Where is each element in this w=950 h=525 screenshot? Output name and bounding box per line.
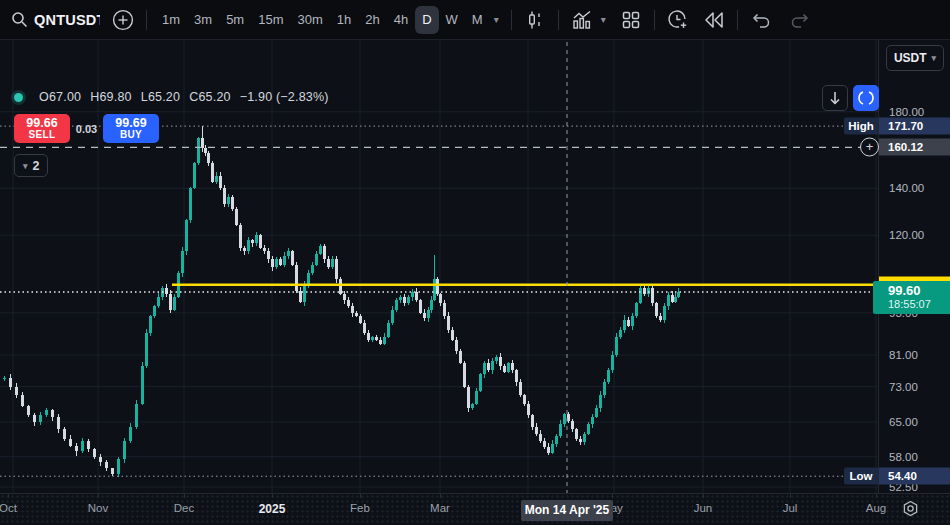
chevron-down-icon: ▾ [932, 53, 937, 63]
month-label: Aug [866, 502, 886, 514]
legend-low: L65.20 [141, 90, 180, 104]
tf-15m[interactable]: 15m [251, 6, 290, 34]
month-label: Jun [694, 502, 713, 514]
price-tick-label: 180.00 [879, 106, 950, 118]
legend-open: O67.00 [39, 90, 81, 104]
collapse-indicators-badge[interactable]: ▾ 2 [14, 154, 48, 177]
tf-4h[interactable]: 4h [387, 6, 415, 34]
tf-1m[interactable]: 1m [155, 6, 187, 34]
candlestick-chart [0, 40, 878, 493]
symbol-status-dot [14, 93, 23, 102]
price-tick-label: 140.00 [879, 182, 950, 194]
tf-1W[interactable]: W [439, 6, 465, 34]
currency-value: USDT [894, 51, 927, 65]
high-price-badge: 171.70 [879, 118, 950, 135]
chart-area[interactable]: O67.00H69.80L65.20C65.20−1.90 (−2.83%) 9… [0, 40, 878, 493]
spread-value: 0.03 [70, 123, 103, 135]
indicators-icon[interactable] [567, 5, 597, 35]
month-label: Nov [88, 502, 108, 514]
chevron-down-icon: ▾ [23, 161, 28, 171]
currency-selector[interactable]: USDT ▾ [886, 45, 944, 71]
low-label-chip: Low [844, 468, 878, 485]
ohlc-legend: O67.00H69.80L65.20C65.20−1.90 (−2.83%) [14, 90, 338, 104]
high-label-chip: High [844, 118, 878, 135]
month-tick [440, 494, 441, 498]
separator [737, 10, 738, 30]
tf-2h[interactable]: 2h [358, 6, 386, 34]
chart-style-candles-icon[interactable] [520, 5, 550, 35]
trade-panel: 99.66 SELL 0.03 99.69 BUY [14, 114, 159, 143]
tf-3m[interactable]: 3m [187, 6, 219, 34]
month-tick [612, 494, 613, 498]
add-alert-plus-icon[interactable]: + [860, 138, 879, 157]
legend-change: −1.90 (−2.83%) [240, 90, 329, 104]
last-price: 99.60 [888, 283, 950, 298]
legend-high: H69.80 [90, 90, 132, 104]
candles [3, 126, 680, 477]
separator [654, 10, 655, 30]
sell-button[interactable]: 99.66 SELL [14, 114, 70, 143]
month-label: Dec [174, 502, 194, 514]
symbol-name[interactable]: QNTUSDT [34, 12, 100, 28]
collapse-count: 2 [33, 159, 40, 173]
sell-label: SELL [14, 130, 70, 141]
layout-grid-icon[interactable] [616, 5, 646, 35]
tf-1D-active[interactable]: D [415, 6, 438, 34]
capture-button[interactable] [853, 85, 879, 111]
undo-icon[interactable] [746, 5, 776, 35]
buy-label: BUY [103, 130, 159, 141]
chart-floating-buttons [822, 85, 879, 111]
separator [146, 10, 147, 30]
month-tick [98, 494, 99, 498]
legend-close: C65.20 [189, 90, 231, 104]
buy-price: 99.69 [103, 117, 159, 130]
separator [511, 10, 512, 30]
month-tick [184, 494, 185, 498]
price-tick-label: 65.00 [879, 416, 950, 428]
sell-price: 99.66 [14, 117, 70, 130]
separator [558, 10, 559, 30]
month-tick [8, 494, 9, 498]
month-label: Oct [0, 502, 17, 514]
month-label: Mar [430, 502, 450, 514]
price-tick-label: 81.00 [879, 349, 950, 361]
top-toolbar: QNTUSDT 1m 3m 5m 15m 30m 1h 2h 4h D W M … [0, 0, 950, 40]
month-tick [876, 494, 877, 498]
month-label: 2025 [259, 502, 286, 516]
buy-button[interactable]: 99.69 BUY [103, 114, 159, 143]
search-icon[interactable] [4, 5, 34, 35]
month-tick [703, 494, 704, 498]
time-axis[interactable]: OctNovDec2025FebMarMayJunJulAug Mon 14 A… [0, 493, 950, 525]
compare-add-icon[interactable] [108, 5, 138, 35]
replay-icon[interactable] [699, 5, 729, 35]
month-tick [790, 494, 791, 498]
price-tick-label: 58.00 [879, 451, 950, 463]
alert-clock-icon[interactable] [663, 5, 693, 35]
redo-icon[interactable] [786, 5, 816, 35]
month-tick [360, 494, 361, 498]
tf-1h[interactable]: 1h [330, 6, 358, 34]
month-label: Feb [350, 502, 370, 514]
crosshair-time-badge: Mon 14 Apr '25 [521, 500, 613, 521]
indicators-chevron-icon[interactable]: ▾ [597, 14, 610, 25]
low-price-badge: 54.40 [879, 468, 950, 485]
month-tick [272, 494, 273, 498]
axis-settings-icon[interactable] [902, 500, 919, 521]
tf-5m[interactable]: 5m [219, 6, 251, 34]
scroll-down-button[interactable] [822, 85, 848, 111]
bar-countdown: 18:55:07 [888, 298, 950, 311]
price-tick-label: 120.00 [879, 229, 950, 241]
last-price-badge: 99.60 18:55:07 [873, 281, 950, 314]
price-tick-label: 73.00 [879, 381, 950, 393]
tf-1M[interactable]: M [465, 6, 490, 34]
level-price-badge: 160.12 [879, 139, 950, 156]
tf-30m[interactable]: 30m [290, 6, 329, 34]
month-label: Jul [783, 502, 798, 514]
timeframes-chevron-icon[interactable]: ▾ [490, 14, 503, 25]
